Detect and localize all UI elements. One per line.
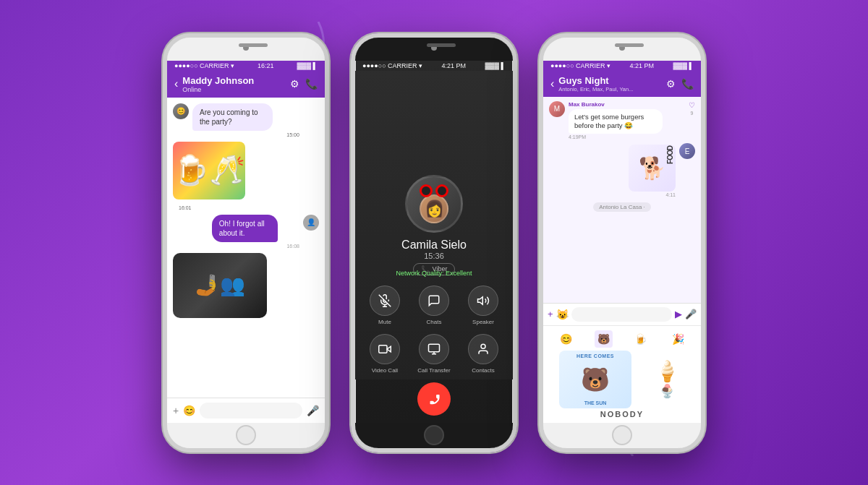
phone-top-2	[355, 38, 513, 61]
message-row-2: Oh! I forgot all about it. 16:08 👤	[212, 215, 319, 249]
group-subtitle: Antonio, Eric, Max, Paul, Yan...	[558, 86, 662, 93]
home-button-3[interactable]	[612, 425, 632, 445]
time-msg-1: 15:00	[192, 132, 299, 137]
transfer-icon	[419, 334, 449, 364]
network-label: Network Quality:	[396, 270, 443, 277]
mute-button[interactable]: Mute	[364, 286, 406, 325]
sticker2-time: 4:11	[665, 192, 676, 197]
speaker-label: Speaker	[472, 319, 494, 325]
mute-icon	[370, 286, 400, 316]
group-chat-header: ‹ Guys Night Antonio, Eric, Max, Paul, Y…	[543, 71, 701, 97]
avatar-1: 😊	[173, 103, 189, 119]
send-icon-3[interactable]: ▶	[675, 309, 682, 319]
group-chat-body: M Max Burakov Let's get some burgers bef…	[543, 97, 701, 303]
input-bar-1: + 😊 🎤	[167, 398, 325, 423]
sticker-tab-1[interactable]: 😊	[557, 330, 575, 348]
reaction-area: ♡ 9	[689, 101, 695, 116]
bubble-1: Are you coming to the party?	[192, 103, 273, 131]
back-button-3[interactable]: ‹	[550, 77, 554, 90]
video-icon	[370, 334, 400, 364]
svg-point-9	[481, 344, 485, 348]
sticker-panel: 😊 🐻 🍺 🎉 🐻 HERE COMES THE SUN 🍦 🍨 NOBODY	[543, 325, 701, 423]
sticker-tab-4[interactable]: 🎉	[669, 330, 687, 348]
food-sticker: 🐕 FOOD	[629, 145, 676, 192]
phone-bottom-3	[543, 423, 701, 448]
sticker-content-2: 🐕 FOOD 4:11	[629, 143, 676, 197]
heart-icon: ♡	[689, 101, 695, 109]
phone-2: ●●●●○○ CARRIER ▾ 4:21 PM ▓▓▓ ▌ ⤡ 👩 Ca	[351, 33, 517, 452]
max-avatar: M	[549, 101, 565, 117]
contacts-label: Contacts	[472, 367, 495, 374]
mic-icon-3[interactable]: 🎤	[685, 309, 697, 319]
time-msg-2: 16:08	[212, 244, 299, 249]
max-sender-name: Max Burakov	[569, 101, 663, 108]
network-value: Excellent	[446, 270, 472, 277]
battery-2: ▓▓▓ ▌	[485, 62, 506, 69]
photo-inner-1: 🤳👥	[173, 253, 267, 318]
sticker-tab-3[interactable]: 🍺	[631, 330, 650, 348]
chats-button[interactable]: Chats	[413, 286, 455, 325]
status-bar-3: ●●●●○○ CARRIER ▾ 4:21 PM ▓▓▓ ▌	[543, 61, 701, 71]
sun-sticker[interactable]: 🐻 HERE COMES THE SUN	[559, 351, 631, 408]
chat-body-1: 😊 Are you coming to the party? 15:00 🍺🥂 …	[167, 98, 325, 398]
end-call-button[interactable]	[417, 382, 451, 416]
sticker-display-row: 🐻 HERE COMES THE SUN 🍦 🍨	[548, 351, 697, 408]
message-input-1[interactable]	[200, 403, 302, 419]
message-row-1: 😊 Are you coming to the party? 15:00	[173, 103, 319, 137]
svg-marker-3	[478, 296, 483, 304]
call-transfer-button[interactable]: Call Transfer	[413, 334, 455, 374]
contacts-button[interactable]: Contacts	[462, 334, 504, 374]
back-button-1[interactable]: ‹	[174, 77, 178, 90]
sticker-tab-2[interactable]: 🐻	[595, 330, 613, 348]
call-body: ⤡ 👩 Camila Sielo 15:36 📞 Vibe	[355, 71, 513, 423]
home-button-1[interactable]	[236, 425, 256, 445]
phone-top-1	[167, 38, 325, 61]
call-duration: 15:36	[424, 252, 444, 260]
speaker-icon	[468, 286, 498, 316]
icecream-sticker[interactable]: 🍦 🍨	[649, 354, 685, 405]
group-msg-row-2: 🐕 FOOD 4:11 E	[549, 143, 695, 197]
face-icon-3[interactable]: 😺	[556, 309, 569, 320]
status-bar-2: ●●●●○○ CARRIER ▾ 4:21 PM ▓▓▓ ▌	[355, 61, 513, 71]
caller-avatar: 👩	[405, 175, 463, 233]
mic-icon-1[interactable]: 🎤	[307, 405, 319, 416]
call-icon-1[interactable]: 📞	[305, 78, 318, 90]
settings-icon-3[interactable]: ⚙	[666, 78, 676, 90]
speaker-3	[615, 43, 644, 47]
home-button-2[interactable]	[424, 425, 444, 445]
phone-1: ●●●●○○ CARRIER ▾ 16:21 ▓▓▓ ▌ ‹ Maddy Joh…	[163, 33, 329, 452]
sticker-time-1: 16:01	[179, 205, 192, 210]
network-quality: Network Quality: Excellent	[396, 270, 472, 277]
svg-rect-5	[379, 345, 387, 353]
message-input-3[interactable]	[571, 307, 672, 322]
system-msg-row: Antonio La Casa ·	[549, 202, 695, 212]
photo-msg-1: 🤳👥	[173, 253, 267, 318]
bubble-2: Oh! I forgot all about it.	[212, 215, 278, 242]
call-icon-3[interactable]: 📞	[681, 78, 694, 90]
contact-name-1: Maddy Johnson	[182, 75, 286, 86]
time-1: 16:21	[258, 62, 274, 69]
plus-icon-1[interactable]: +	[173, 405, 179, 416]
battery-3: ▓▓▓ ▌	[673, 62, 694, 69]
sticker-img-1: 🍺🥂	[173, 142, 245, 199]
call-transfer-label: Call Transfer	[417, 367, 450, 374]
speaker-button[interactable]: Speaker	[462, 286, 504, 325]
message-1: Are you coming to the party? 15:00	[192, 103, 299, 137]
nobody-text: NOBODY	[548, 410, 697, 419]
group-msg-row-1: M Max Burakov Let's get some burgers bef…	[549, 101, 695, 140]
plus-icon-3[interactable]: +	[548, 309, 553, 319]
contact-status-1: Online	[182, 86, 286, 93]
call-controls-wrapper: Network Quality: Excellent	[364, 270, 504, 423]
svg-marker-4	[387, 346, 391, 352]
settings-icon-1[interactable]: ⚙	[290, 78, 299, 90]
battery-1: ▓▓▓ ▌	[297, 62, 318, 69]
message-2: Oh! I forgot all about it. 16:08	[212, 215, 299, 249]
phone-top-3	[543, 38, 701, 61]
chats-label: Chats	[427, 319, 442, 325]
face-icon-1[interactable]: 😊	[183, 405, 195, 416]
max-time: 4:19PM	[569, 134, 663, 140]
sticker-panel-tabs: 😊 🐻 🍺 🎉	[548, 330, 697, 348]
call-controls: Mute Chats	[364, 286, 504, 374]
video-call-button[interactable]: Video Call	[364, 334, 406, 374]
contact-info-1: Maddy Johnson Online	[182, 75, 286, 93]
